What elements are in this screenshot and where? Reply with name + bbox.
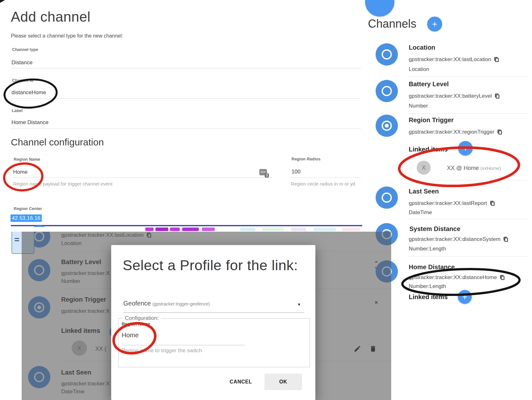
copy-icon[interactable] [503,236,508,242]
region-center-selected-text: 42.53,16.16 [11,214,42,222]
channel-uid-row: gpstracker:tracker:XX:lastReport [409,200,495,207]
linked-items-heading: Linked items [409,293,448,301]
circle-state-icon [382,86,392,96]
add-linked-item-button[interactable]: + [458,141,473,156]
channel-uid: gpstracker:tracker:XX:distanceSystem [409,236,500,242]
dialog-region-name-help: Region name to trigger the switch [121,347,202,354]
channel-avatar-location [376,43,398,66]
channel-uid-row: gpstracker:tracker:XX:batteryLevel [409,93,500,99]
autofill-icon[interactable]: ••• 3 [259,169,267,175]
add-linked-item-button[interactable]: + [458,290,472,304]
channel-type-underline [11,68,361,68]
channel-uid: gpstracker:tracker:XX:lastReport [409,200,487,207]
copy-icon[interactable] [494,57,499,62]
channel-id-underline [11,98,361,99]
channel-avatar-region-trigger [376,115,398,137]
cancel-button[interactable]: CANCEL [223,374,258,390]
channel-avatar-battery [376,80,398,102]
channel-id-input[interactable]: distanceHome [11,89,46,96]
channel-title: System Distance [409,225,460,233]
channel-type-value[interactable]: Distance [11,60,32,66]
channel-uid-row: gpstracker:tracker:XX:lastLocation [409,56,499,63]
profile-select-dialog: Select a Profile for the link: Geofence … [111,245,315,400]
circle-state-icon [382,193,392,203]
region-name-label: Region Name [14,157,40,162]
channels-panel-title: Channels [368,17,416,31]
region-center-label: Region Center [14,206,42,211]
channel-type: Location [409,66,429,73]
copy-icon[interactable] [497,129,502,135]
channel-type: Number:Length [409,246,446,252]
linked-item-label[interactable]: XX @ Home (xxHome) [447,165,501,172]
render-artifact-strip [11,227,363,232]
autofill-count-badge: 3 [265,173,269,178]
linked-item-avatar: X [417,161,431,175]
app-window: Add channel Please select a channel type… [0,0,532,400]
channel-type-label: Channel type [12,47,38,52]
dialog-region-name-input[interactable]: Home [122,332,139,339]
channel-type: Number:Length [409,283,446,290]
region-name-input[interactable]: Home [13,169,27,175]
ok-button[interactable]: OK [264,374,302,390]
dot-circle-state-icon [382,121,392,131]
channel-uid: gpstracker:tracker:XX:distanceHome [409,274,497,281]
autofill-dots-icon: ••• [261,170,265,174]
profile-select-value: Geofence [123,300,151,307]
channel-type: DateTime [409,209,432,216]
label-label: Label [12,108,23,113]
page-title: Add channel [11,9,90,25]
region-radius-input[interactable]: 100 [291,169,300,175]
profile-select-uid: (gpstracker:trigger-geofence) [152,301,210,306]
label-underline [11,129,361,129]
channel-id-label: Channel id [12,78,33,83]
channel-uid: gpstracker:tracker:XX:lastLocation [409,56,491,63]
region-name-help: Region name payload for trigger channel … [13,181,112,186]
channel-uid-row: gpstracker:tracker:XX:regionTrigger [409,129,502,135]
dialog-title: Select a Profile for the link: [123,257,298,274]
copy-icon[interactable] [495,93,500,99]
region-radius-help: Region circle radius in m or yd [291,181,355,186]
add-channel-button[interactable]: + [427,17,442,32]
profile-select-underline [123,312,304,313]
channel-uid-row: gpstracker:tracker:XX:distanceSystem [409,236,508,242]
channel-title: Location [409,44,435,51]
configuration-legend: Configuration: [123,315,161,321]
annotation-red-ellipse-region-name [3,162,44,192]
corner-artifact [0,0,5,3]
dialog-region-name-label: Region Name [122,321,150,326]
channel-title: Battery Level [409,81,449,88]
region-radius-underline [291,178,361,178]
channel-uid: gpstracker:tracker:XX:batteryLevel [409,93,492,99]
label-input[interactable]: Home Distance [11,119,48,126]
form-subtitle: Please select a channel type for the new… [11,33,123,39]
channel-uid-row: gpstracker:tracker:XX:distanceHome [409,274,505,281]
region-center-input[interactable]: 42.53,16.16 [11,215,42,221]
chevron-down-icon[interactable]: ▼ [297,302,301,307]
profile-select[interactable]: Geofence (gpstracker:trigger-geofence) [123,300,210,307]
config-section-title: Channel configuration [11,137,104,148]
region-center-focus-underline [11,225,362,226]
scrolled-fab-fragment[interactable] [365,0,394,17]
dialog-region-name-underline [122,345,245,345]
copy-icon[interactable] [500,275,505,280]
channel-avatar-last-seen [376,186,398,209]
channel-title: Last Seen [409,188,439,195]
channel-type: Number [409,103,428,109]
channel-uid: gpstracker:tracker:XX:regionTrigger [409,129,494,135]
circle-state-icon [382,49,392,60]
region-name-underline [13,178,271,178]
linked-items-heading: Linked items [409,146,448,153]
channel-title: Home Distance [409,263,455,271]
region-radius-label: Region Radius [291,157,320,161]
channel-title: Region Trigger [409,116,454,124]
copy-icon[interactable] [490,200,495,206]
